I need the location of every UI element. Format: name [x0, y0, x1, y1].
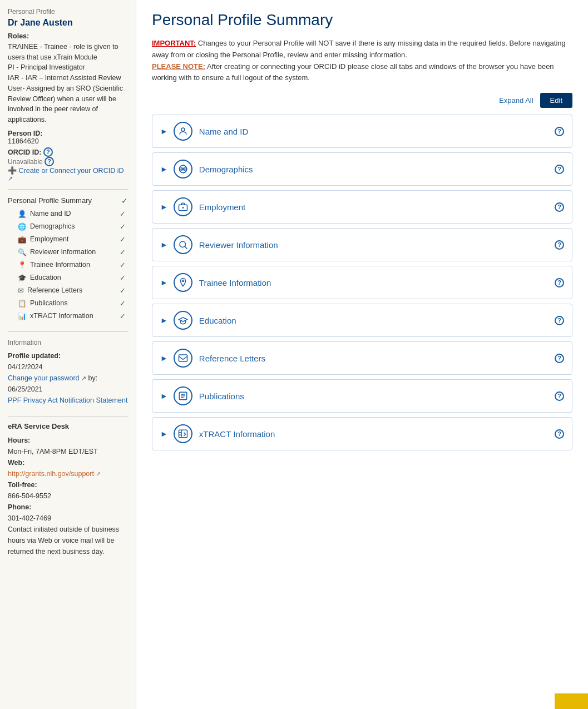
- page-title: Personal Profile Summary: [152, 11, 572, 29]
- person-id-block: Person ID: 11864620: [8, 130, 128, 145]
- section-help-employment[interactable]: ?: [555, 202, 564, 212]
- tollfree-value: 866-504-9552: [8, 492, 51, 500]
- edit-button[interactable]: Edit: [540, 93, 572, 108]
- sidebar-item-education[interactable]: 🎓 Education ✓: [8, 271, 128, 284]
- alert-box: IMPORTANT: Changes to your Personal Prof…: [152, 38, 572, 84]
- info-section-label: Information: [8, 338, 128, 348]
- section-title-trainee: Trainee Information: [199, 278, 555, 287]
- sidebar-item-reviewer-info[interactable]: 🔍 Reviewer Information ✓: [8, 246, 128, 259]
- role-iar: IAR - IAR – Internet Assisted Review Use…: [8, 74, 123, 123]
- sidebar-label-education: Education: [30, 274, 61, 281]
- svg-rect-13: [179, 430, 187, 438]
- alert-note-label: PLEASE NOTE:: [152, 62, 205, 71]
- tollfree-label: Toll-free:: [8, 481, 37, 489]
- section-icon-publications: [174, 386, 192, 405]
- section-help-reviewer[interactable]: ?: [555, 240, 564, 250]
- section-help-trainee[interactable]: ?: [555, 278, 564, 287]
- roles-label: Roles:: [8, 32, 29, 40]
- demographics-check: ✓: [120, 222, 126, 231]
- sidebar-label-publications: Publications: [30, 299, 67, 307]
- orcid-connect-link[interactable]: ➕ Create or Connect your ORCID iD ↗: [8, 167, 123, 182]
- alert-important-text: Changes to your Personal Profile will NO…: [152, 39, 566, 59]
- sidebar-label-xtract: xTRACT Information: [30, 312, 93, 320]
- sidebar: Personal Profile Dr Jane Austen Roles: T…: [0, 0, 136, 709]
- web-ext-icon: ↗: [96, 470, 101, 477]
- sidebar-roles: Roles: TRAINEE - Trainee - role is given…: [8, 31, 128, 125]
- era-service-desk: eRA Service Desk Hours: Mon-Fri, 7AM-8PM…: [8, 421, 128, 557]
- chevron-education: ►: [160, 316, 168, 325]
- section-help-demographics[interactable]: ?: [555, 165, 564, 174]
- accordion-header-publications[interactable]: ► Publications ?: [152, 380, 572, 412]
- chevron-xtract: ►: [160, 429, 168, 438]
- section-icon-education: [174, 311, 192, 330]
- nav-header-personal-profile[interactable]: Personal Profile Summary ✓: [8, 194, 128, 207]
- role-pi: PI - Principal Investigator: [8, 63, 85, 71]
- accordion-reference-letters: ► Reference Letters ?: [152, 341, 572, 375]
- section-icon-reviewer: [174, 235, 192, 254]
- role-trainee: TRAINEE - Trainee - role is given to use…: [8, 43, 118, 61]
- section-icon-employment: [174, 197, 192, 216]
- section-help-reference[interactable]: ?: [555, 354, 564, 363]
- toolbar: Expand All Edit: [152, 93, 572, 108]
- accordion-header-demographics[interactable]: ► Demographics ?: [152, 153, 572, 185]
- privacy-link[interactable]: PPF Privacy Act Notification Statement: [8, 396, 127, 404]
- publications-icon: 📋: [18, 299, 27, 308]
- sidebar-divider-2: [8, 331, 128, 332]
- web-label: Web:: [8, 459, 24, 467]
- accordion-header-education[interactable]: ► Education ?: [152, 304, 572, 336]
- profile-updated-date: 04/12/2024: [8, 363, 43, 371]
- hours-label: Hours:: [8, 437, 30, 444]
- employment-icon: 💼: [18, 235, 27, 244]
- alert-important-line: IMPORTANT: Changes to your Personal Prof…: [152, 38, 572, 61]
- publications-check: ✓: [120, 299, 126, 308]
- trainee-check: ✓: [120, 261, 126, 269]
- change-password-link[interactable]: Change your password ↗: [8, 374, 88, 382]
- person-id-label: Person ID:: [8, 130, 43, 137]
- change-password-date: 06/25/2021: [8, 385, 43, 393]
- sidebar-item-xtract[interactable]: 📊 xTRACT Information ✓: [8, 310, 128, 323]
- sidebar-item-demographics[interactable]: 🌐 Demographics ✓: [8, 220, 128, 233]
- accordion-publications: ► Publications ?: [152, 379, 572, 413]
- reference-icon: ✉: [18, 286, 24, 295]
- orcid-unavail-help-icon[interactable]: ?: [45, 157, 54, 166]
- sidebar-item-publications[interactable]: 📋 Publications ✓: [8, 297, 128, 310]
- sidebar-item-employment[interactable]: 💼 Employment ✓: [8, 233, 128, 246]
- change-password-ext-icon: ↗: [81, 375, 86, 381]
- accordion-header-xtract[interactable]: ► xTRACT Information ?: [152, 418, 572, 450]
- section-help-name-and-id[interactable]: ?: [555, 127, 564, 136]
- section-help-education[interactable]: ?: [555, 316, 564, 325]
- svg-point-5: [180, 241, 186, 247]
- demographics-icon: 🌐: [18, 222, 27, 231]
- accordion-trainee-info: ► Trainee Information ?: [152, 266, 572, 299]
- accordion-header-trainee[interactable]: ► Trainee Information ?: [152, 266, 572, 299]
- alert-important-label: IMPORTANT:: [152, 39, 196, 47]
- sidebar-label-demographics: Demographics: [30, 222, 75, 230]
- orcid-label: ORCID ID:: [8, 148, 41, 156]
- web-link[interactable]: http://grants.nih.gov/support ↗: [8, 470, 101, 478]
- alert-note-text: After creating or connecting your ORCID …: [152, 62, 554, 82]
- chevron-publications: ►: [160, 391, 168, 400]
- chevron-reference: ►: [160, 354, 168, 363]
- sidebar-item-reference-letters[interactable]: ✉ Reference Letters ✓: [8, 284, 128, 297]
- section-title-name-and-id: Name and ID: [199, 127, 555, 136]
- svg-line-6: [185, 247, 187, 249]
- education-icon: 🎓: [18, 274, 27, 282]
- expand-all-button[interactable]: Expand All: [499, 96, 533, 105]
- accordion-header-reference[interactable]: ► Reference Letters ?: [152, 342, 572, 374]
- xtract-icon: 📊: [18, 312, 27, 320]
- external-link-icon: ↗: [8, 175, 13, 182]
- sidebar-item-trainee-info[interactable]: 📍 Trainee Information ✓: [8, 259, 128, 271]
- section-help-publications[interactable]: ?: [555, 391, 564, 401]
- trainee-icon: 📍: [18, 261, 27, 269]
- accordion-employment: ► Employment ?: [152, 190, 572, 224]
- section-title-employment: Employment: [199, 202, 555, 212]
- orcid-help-icon[interactable]: ?: [43, 147, 53, 157]
- accordion-header-name-and-id[interactable]: ► Name and ID ?: [152, 115, 572, 147]
- section-title-demographics: Demographics: [199, 165, 555, 174]
- name-id-check: ✓: [120, 210, 126, 218]
- accordion-header-employment[interactable]: ► Employment ?: [152, 191, 572, 223]
- accordion-header-reviewer[interactable]: ► Reviewer Information ?: [152, 229, 572, 261]
- section-icon-demographics: [174, 160, 192, 179]
- sidebar-item-name-and-id[interactable]: 👤 Name and ID ✓: [8, 207, 128, 220]
- section-help-xtract[interactable]: ?: [555, 429, 564, 439]
